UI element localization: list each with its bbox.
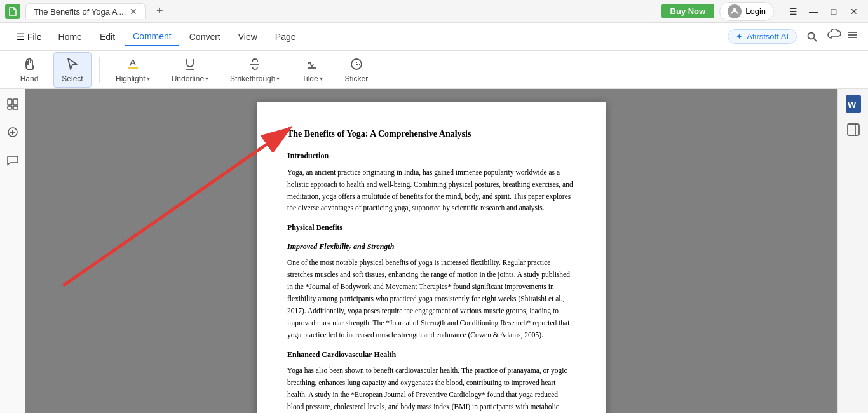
svg-rect-21 [848, 124, 859, 135]
pdf-intro-para: Yoga, an ancient practice originating in… [287, 166, 576, 215]
svg-rect-11 [13, 99, 18, 105]
pdf-cardio-para: Yoga has also been shown to benefit card… [287, 365, 576, 413]
edit-menu-item[interactable]: Edit [92, 28, 123, 46]
hand-icon [22, 57, 37, 72]
svg-rect-13 [13, 106, 18, 109]
highlight-icon [125, 57, 140, 72]
buy-now-button[interactable]: Buy Now [661, 4, 715, 18]
file-label: File [27, 32, 42, 42]
sidebar-thumbnail-icon[interactable] [3, 94, 23, 114]
right-panel: W [837, 89, 868, 413]
tilde-dropdown[interactable]: ▾ [320, 75, 323, 82]
strikethrough-tool-button[interactable]: Strikethrough ▾ [222, 52, 288, 88]
svg-rect-12 [8, 106, 12, 109]
app-icon [5, 4, 20, 19]
select-tool-button[interactable]: Select [53, 52, 92, 88]
maximize-button[interactable]: □ [825, 3, 843, 20]
sidebar-comment-icon[interactable] [3, 150, 23, 170]
active-tab[interactable]: The Benefits of Yoga A ... ✕ [25, 3, 146, 19]
sidebar-add-icon[interactable] [3, 122, 23, 142]
sticker-label: Sticker [344, 74, 368, 83]
main-layout: The Benefits of Yoga: A Comprehensive An… [0, 89, 868, 413]
pdf-viewer: The Benefits of Yoga: A Comprehensive An… [25, 89, 837, 413]
highlight-dropdown[interactable]: ▾ [147, 75, 150, 82]
login-label: Login [745, 6, 766, 16]
svg-line-18 [63, 128, 290, 286]
close-button[interactable]: ✕ [845, 3, 863, 20]
strikethrough-icon [247, 57, 262, 72]
side-panel-collapse-icon[interactable] [843, 119, 864, 140]
highlight-tool-button[interactable]: Highlight ▾ [107, 52, 158, 88]
ai-label: Afirstsoft AI [747, 32, 789, 41]
pdf-page: The Benefits of Yoga: A Comprehensive An… [257, 102, 606, 413]
highlight-label: Highlight [116, 74, 146, 83]
window-controls: ☰ — □ ✕ [784, 3, 863, 20]
menu-bar: ☰ File Home Edit Comment Convert View Pa… [0, 23, 868, 51]
underline-label: Underline [172, 74, 204, 83]
pdf-flex-heading: Improved Flexibility and Strength [287, 241, 576, 253]
ai-badge[interactable]: ✦ Afirstsoft AI [728, 29, 797, 44]
title-bar-right: Buy Now Login ☰ — □ ✕ [661, 2, 863, 21]
menu-right: ✦ Afirstsoft AI [728, 27, 858, 47]
pdf-title: The Benefits of Yoga: A Comprehensive An… [287, 127, 576, 141]
settings-icon[interactable] [846, 29, 858, 44]
pdf-flex-para: One of the most notable physical benefit… [287, 257, 576, 341]
pdf-physical-heading: Physical Benefits [287, 222, 576, 234]
tilde-icon [304, 57, 320, 72]
tab-title: The Benefits of Yoga A ... [34, 7, 126, 17]
search-button[interactable] [802, 27, 822, 47]
tilde-label: Tilde [302, 74, 318, 83]
strikethrough-dropdown[interactable]: ▾ [276, 75, 280, 82]
page-menu-item[interactable]: Page [268, 28, 304, 46]
underline-icon [182, 57, 198, 72]
toolbar: Hand Select Highlight ▾ Underline ▾ [0, 51, 868, 89]
underline-dropdown[interactable]: ▾ [205, 75, 208, 82]
underline-tool-button[interactable]: Underline ▾ [163, 52, 217, 88]
hamburger-menu-icon: ☰ [17, 32, 25, 42]
login-button[interactable]: Login [719, 2, 774, 21]
convert-menu-item[interactable]: Convert [182, 28, 228, 46]
pdf-cardio-heading: Enhanced Cardiovascular Health [287, 349, 576, 361]
select-label: Select [62, 74, 83, 83]
word-export-icon[interactable]: W [843, 94, 864, 114]
sticker-tool-button[interactable]: Sticker [336, 52, 376, 88]
pdf-intro-heading: Introduction [287, 150, 576, 162]
cloud-icon[interactable] [827, 29, 841, 44]
svg-line-2 [814, 38, 817, 41]
left-sidebar [0, 89, 25, 413]
tilde-tool-button[interactable]: Tilde ▾ [293, 52, 331, 88]
svg-rect-10 [8, 99, 12, 105]
file-menu[interactable]: ☰ File [10, 29, 48, 44]
sticker-icon [349, 57, 364, 72]
comment-menu-item[interactable]: Comment [125, 27, 179, 46]
hamburger-icon[interactable]: ☰ [784, 3, 802, 20]
svg-point-1 [808, 32, 815, 39]
select-icon [65, 57, 80, 72]
toolbar-separator-1 [99, 57, 100, 83]
home-menu-item[interactable]: Home [51, 28, 90, 46]
hand-label: Hand [20, 74, 39, 83]
svg-text:W: W [848, 100, 857, 110]
title-bar-left: The Benefits of Yoga A ... ✕ + [5, 3, 661, 20]
ai-star-icon: ✦ [736, 32, 743, 41]
hand-tool-button[interactable]: Hand [10, 52, 48, 88]
tab-close-button[interactable]: ✕ [130, 6, 137, 17]
view-menu-item[interactable]: View [231, 28, 265, 46]
new-tab-button[interactable]: + [151, 3, 168, 20]
title-bar: The Benefits of Yoga A ... ✕ + Buy Now L… [0, 0, 868, 23]
avatar [728, 4, 742, 18]
minimize-button[interactable]: — [804, 3, 822, 20]
strikethrough-label: Strikethrough [230, 74, 275, 83]
